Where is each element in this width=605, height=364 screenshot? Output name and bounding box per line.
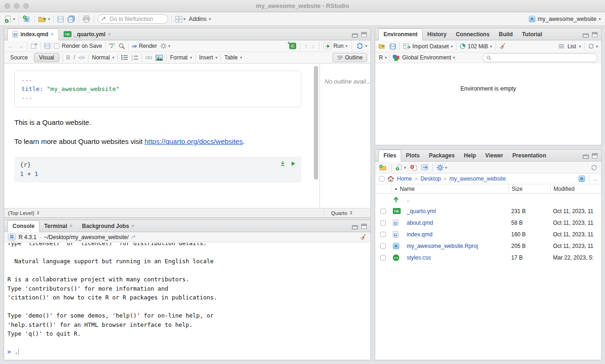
refresh-files-button[interactable]: [591, 164, 598, 171]
new-file-blank-button[interactable]: ▾: [396, 164, 406, 171]
zoom-window-button[interactable]: [23, 3, 29, 9]
insert-chunk-button[interactable]: C: [289, 43, 296, 49]
minimize-pane-icon[interactable]: [583, 155, 589, 159]
file-checkbox[interactable]: [380, 232, 386, 237]
open-in-new-window-button[interactable]: [31, 43, 37, 49]
maximize-pane-icon[interactable]: [592, 153, 598, 158]
environment-search-input[interactable]: [493, 55, 594, 60]
file-checkbox[interactable]: [380, 243, 386, 249]
memory-usage-button[interactable]: 102 MiB ▾: [460, 43, 492, 50]
view-mode-dropdown[interactable]: List ▾: [559, 43, 581, 50]
tab-help[interactable]: Help: [459, 150, 481, 161]
checkbox-icon[interactable]: [54, 43, 59, 49]
render-on-save-checkbox[interactable]: Render on Save: [54, 43, 102, 49]
panes-caret-icon[interactable]: ▾: [183, 17, 186, 21]
addins-button[interactable]: Addins ▾: [189, 16, 211, 22]
load-workspace-button[interactable]: [378, 43, 386, 49]
up-directory-icon[interactable]: [391, 196, 404, 203]
tab-console[interactable]: Console: [7, 220, 39, 232]
tab-files[interactable]: Files: [378, 150, 401, 162]
open-file-button[interactable]: ▾: [38, 16, 51, 23]
column-header-name[interactable]: ▲ Name: [391, 184, 508, 193]
outline-toggle-button[interactable]: Outline: [332, 53, 367, 62]
quarto-docs-link[interactable]: https://quarto.org/docs/websites: [144, 137, 243, 145]
breadcrumb-home[interactable]: Home: [397, 176, 412, 182]
run-next-icon[interactable]: ↓: [312, 43, 315, 49]
tab-tutorial[interactable]: Tutorial: [517, 28, 546, 40]
editor-scrollbar[interactable]: [312, 64, 319, 208]
select-all-checkbox[interactable]: [379, 176, 384, 182]
image-button[interactable]: [156, 55, 163, 61]
insert-menu[interactable]: Insert ▾: [199, 54, 218, 61]
file-row[interactable]: YML _quarto.yml 231 B Oct 11, 2023, 11: [375, 205, 601, 217]
open-dir-in-files-icon[interactable]: [131, 235, 137, 240]
visual-mode-button[interactable]: Visual: [34, 53, 59, 62]
clear-environment-button[interactable]: [499, 43, 506, 50]
scrollbar-thumb[interactable]: [314, 66, 318, 180]
print-button[interactable]: [82, 15, 91, 23]
numbered-list-button[interactable]: 12: [131, 55, 138, 60]
minimize-pane-icon[interactable]: [352, 33, 358, 38]
more-file-commands-button[interactable]: ▾: [436, 164, 448, 171]
file-link[interactable]: my_awesome_website.Rproj: [404, 243, 508, 249]
clear-console-button[interactable]: [360, 234, 367, 240]
console-output[interactable]: Type 'license()' or 'licence()' for dist…: [4, 243, 371, 360]
file-checkbox[interactable]: [380, 255, 386, 260]
refresh-environment-button[interactable]: ▾: [588, 43, 598, 49]
paragraph[interactable]: To learn more about Quarto websites visi…: [14, 137, 301, 145]
column-header-size[interactable]: Size: [508, 184, 550, 193]
yaml-metadata-block[interactable]: --- title: "my_awesome_website" ---: [14, 71, 301, 107]
tab-background-jobs[interactable]: Background Jobs ×: [77, 220, 139, 232]
project-root-icon[interactable]: R: [579, 176, 585, 182]
save-workspace-button[interactable]: [390, 43, 396, 50]
back-icon[interactable]: ←: [7, 43, 14, 49]
tab-index-qmd[interactable]: index.qmd ×: [7, 28, 59, 40]
code-button[interactable]: </>: [78, 55, 85, 60]
source-mode-button[interactable]: Source: [7, 54, 31, 61]
run-previous-icon[interactable]: ↑: [304, 43, 307, 49]
file-link[interactable]: index.qmd: [404, 231, 508, 238]
console-prompt-line[interactable]: > .: [7, 347, 371, 357]
file-row[interactable]: R my_awesome_website.Rproj 205 B Oct 11,…: [375, 240, 601, 252]
file-checkbox[interactable]: [380, 220, 386, 226]
save-button[interactable]: [57, 16, 64, 23]
chunk-code[interactable]: 1 + 1: [20, 169, 296, 179]
delete-file-button[interactable]: [410, 164, 417, 171]
forward-icon[interactable]: →: [17, 43, 24, 49]
close-tab-icon[interactable]: ×: [131, 223, 135, 229]
new-folder-button[interactable]: [379, 164, 388, 171]
save-document-button[interactable]: [44, 43, 51, 49]
save-all-button[interactable]: [67, 15, 75, 23]
tab-history[interactable]: History: [423, 28, 451, 40]
run-button[interactable]: Run ▾: [324, 43, 348, 49]
tab-environment[interactable]: Environment: [378, 28, 423, 40]
r-code-chunk[interactable]: {r} 1 + 1: [14, 156, 301, 182]
table-menu[interactable]: Table ▾: [224, 54, 242, 61]
file-link[interactable]: _quarto.yml: [404, 208, 508, 214]
tab-connections[interactable]: Connections: [451, 28, 494, 40]
editor-content[interactable]: --- title: "my_awesome_website" --- This…: [4, 64, 312, 208]
breadcrumb-project[interactable]: my_awesome_website: [449, 176, 506, 182]
tab-terminal[interactable]: Terminal ×: [39, 220, 77, 232]
project-menu-button[interactable]: R my_awesome_website ▾: [529, 16, 601, 22]
render-button[interactable]: ⇒ Render: [132, 43, 157, 50]
new-file-caret-icon[interactable]: ▾: [13, 17, 15, 21]
environment-search[interactable]: [482, 53, 598, 62]
file-row[interactable]: css styles.css 17 B Mar 22, 2023, 5:: [375, 252, 601, 263]
tab-plots[interactable]: Plots: [401, 150, 424, 161]
tab-viewer[interactable]: Viewer: [481, 150, 507, 161]
minimize-pane-icon[interactable]: [583, 33, 589, 38]
home-icon[interactable]: [387, 176, 394, 182]
maximize-pane-icon[interactable]: [361, 32, 367, 37]
bullet-list-button[interactable]: [121, 55, 128, 60]
find-replace-button[interactable]: [118, 43, 125, 49]
new-file-button[interactable]: ▾: [4, 15, 15, 23]
format-menu[interactable]: Format ▾: [170, 54, 192, 61]
close-window-button[interactable]: [5, 3, 10, 9]
path-ellipsis[interactable]: ...: [593, 176, 598, 182]
spellcheck-button[interactable]: ABC ✓: [109, 43, 115, 49]
new-project-button[interactable]: R: [22, 15, 31, 23]
scope-selector[interactable]: (Top Level) ⇕: [4, 210, 40, 216]
tab-packages[interactable]: Packages: [424, 150, 459, 161]
open-file-caret-icon[interactable]: ▾: [48, 17, 51, 21]
